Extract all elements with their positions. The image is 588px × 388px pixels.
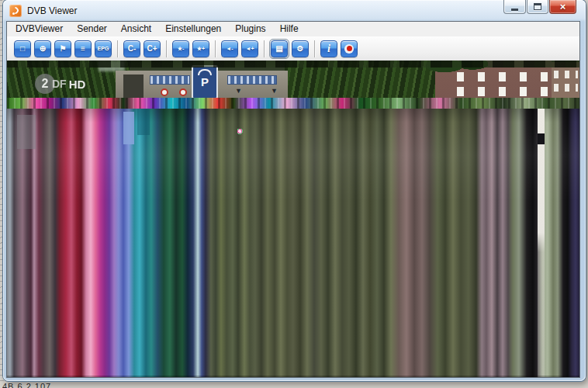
zdf-hd-watermark: 2 DF HD [35, 74, 85, 94]
titlebar[interactable]: DVB Viewer [3, 0, 586, 21]
toolbar-separator [166, 40, 167, 57]
close-icon: × [560, 2, 566, 12]
round-traffic-sign [179, 88, 187, 96]
round-traffic-sign [161, 88, 168, 96]
record-dot [347, 46, 352, 51]
zdf-logo-df: DF [52, 78, 67, 90]
channel-list-button[interactable]: ▤ [271, 40, 288, 57]
channel-up-button[interactable]: C+ [144, 40, 161, 57]
dvbviewer-window: DVB Viewer × DVBViewer Sender Ansicht Ei… [3, 0, 586, 381]
channel-down-button[interactable]: C- [123, 40, 140, 57]
building-window-row [554, 71, 578, 78]
building-window-row [554, 84, 578, 92]
toolbar-separator [117, 40, 118, 57]
glitch-block [123, 112, 134, 144]
macroblock-glitch-band [7, 98, 579, 109]
parking-sign-roof-arc [198, 69, 212, 75]
garage-entrance [123, 74, 144, 98]
building-window-row [457, 87, 548, 96]
toolbar-separator [215, 40, 216, 57]
brick-building-right [552, 62, 579, 99]
menu-plugins[interactable]: Plugins [228, 22, 272, 36]
record-icon [344, 44, 354, 54]
minimize-button[interactable] [503, 0, 526, 14]
aspect-zoom-button[interactable]: ⊕ [34, 40, 51, 57]
dvbviewer-app-icon [9, 5, 22, 17]
parking-sign: P [192, 65, 218, 99]
toolbar-separator [314, 40, 315, 57]
info-button[interactable]: i [320, 40, 337, 57]
menu-hilfe[interactable]: Hilfe [273, 22, 306, 36]
video-scene-band: ▼ ▼ P 2 DF [7, 61, 579, 99]
tree-canopy-top [7, 61, 579, 68]
window-content: DVBViewer Sender Ansicht Einstellungen P… [6, 21, 580, 378]
window-controls: × [503, 0, 576, 14]
teletext-button[interactable]: ≡ [74, 40, 92, 57]
window-remnant-stripe [538, 109, 545, 377]
toolbar-separator [264, 40, 265, 57]
minimize-icon [511, 9, 518, 11]
menu-ansicht[interactable]: Ansicht [114, 22, 158, 36]
volume-down-button[interactable]: ◄- [221, 40, 238, 57]
maximize-button[interactable] [527, 0, 548, 14]
maximize-icon [534, 3, 541, 10]
menu-sender[interactable]: Sender [70, 22, 114, 36]
zdf-logo-hd: HD [69, 78, 86, 91]
flag-button[interactable]: ⚑ [54, 40, 71, 57]
options-wrench-button[interactable]: ⚙ [292, 40, 309, 57]
window-remnant-notch [538, 133, 545, 144]
down-arrow-sign: ▼ [235, 87, 242, 95]
video-display-area[interactable]: ▼ ▼ P 2 DF [7, 61, 579, 377]
parking-sign-letter: P [201, 76, 209, 89]
glitch-block [17, 115, 36, 149]
menu-einstellungen[interactable]: Einstellungen [158, 22, 228, 36]
channel-list-pressed-frame: ▤ [269, 39, 289, 59]
blue-sign-board [227, 75, 277, 85]
blue-sign-board [150, 75, 190, 85]
volume-up-button[interactable]: ◄+ [241, 40, 258, 57]
app-icon-dot [12, 12, 15, 15]
menu-dvbviewer[interactable]: DVBViewer [9, 22, 70, 36]
glitch-block [137, 109, 150, 135]
favorite-prev-button[interactable]: ★- [172, 40, 189, 57]
video-bottom-edge [7, 376, 579, 377]
menu-bar: DVBViewer Sender Ansicht Einstellungen P… [7, 22, 579, 36]
toolbar: □ ⊕ ⚑ ≡ EPG C- C+ ★- ★+ ◄- ◄+ ▤ ⚙ i [7, 36, 579, 61]
down-arrow-sign: ▼ [271, 87, 278, 95]
record-button[interactable] [341, 40, 358, 57]
epg-button[interactable]: EPG [95, 40, 112, 57]
close-button[interactable]: × [549, 0, 576, 14]
corrupted-stripes [7, 109, 579, 377]
desktop-partial-version-text: 4B 6.2.107 [2, 382, 51, 388]
favorite-next-button[interactable]: ★+ [192, 40, 209, 57]
display-window-button[interactable]: □ [14, 40, 31, 57]
glitch-sparkle [237, 129, 244, 135]
window-title: DVB Viewer [27, 5, 77, 16]
